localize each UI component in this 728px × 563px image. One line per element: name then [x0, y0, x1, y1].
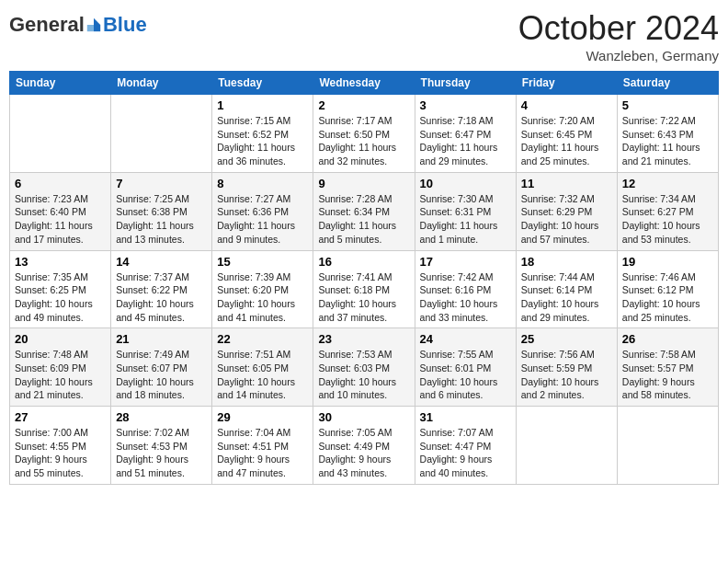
calendar-cell: 24Sunrise: 7:55 AM Sunset: 6:01 PM Dayli…: [415, 328, 516, 407]
day-info: Sunrise: 7:51 AM Sunset: 6:05 PM Dayligh…: [217, 348, 308, 402]
calendar-cell: 11Sunrise: 7:32 AM Sunset: 6:29 PM Dayli…: [516, 172, 617, 250]
day-number: 6: [15, 177, 106, 190]
day-number: 27: [15, 410, 106, 424]
day-info: Sunrise: 7:30 AM Sunset: 6:31 PM Dayligh…: [420, 192, 511, 247]
calendar-cell: 7Sunrise: 7:25 AM Sunset: 6:38 PM Daylig…: [111, 172, 212, 250]
day-of-week-header: Monday: [111, 72, 212, 95]
day-of-week-header: Thursday: [415, 72, 516, 95]
day-number: 1: [217, 98, 308, 112]
day-number: 22: [217, 332, 308, 346]
calendar-cell: 10Sunrise: 7:30 AM Sunset: 6:31 PM Dayli…: [415, 172, 516, 250]
calendar-cell: 23Sunrise: 7:53 AM Sunset: 6:03 PM Dayli…: [313, 328, 415, 407]
day-info: Sunrise: 7:53 AM Sunset: 6:03 PM Dayligh…: [318, 348, 409, 402]
day-number: 29: [217, 410, 308, 424]
logo-blue-text: Blue: [103, 13, 147, 37]
calendar-cell: 28Sunrise: 7:02 AM Sunset: 4:53 PM Dayli…: [111, 407, 212, 485]
svg-marker-1: [94, 25, 100, 31]
calendar-cell: 4Sunrise: 7:20 AM Sunset: 6:45 PM Daylig…: [516, 95, 617, 173]
calendar-cell: 6Sunrise: 7:23 AM Sunset: 6:40 PM Daylig…: [10, 172, 111, 250]
day-of-week-header: Saturday: [617, 72, 718, 95]
calendar-cell: 20Sunrise: 7:48 AM Sunset: 6:09 PM Dayli…: [10, 328, 111, 407]
day-number: 18: [521, 255, 612, 269]
day-number: 12: [622, 177, 713, 190]
day-info: Sunrise: 7:56 AM Sunset: 5:59 PM Dayligh…: [521, 348, 612, 402]
day-info: Sunrise: 7:58 AM Sunset: 5:57 PM Dayligh…: [622, 348, 713, 402]
day-info: Sunrise: 7:39 AM Sunset: 6:20 PM Dayligh…: [217, 270, 308, 325]
calendar-cell: 22Sunrise: 7:51 AM Sunset: 6:05 PM Dayli…: [212, 328, 313, 407]
day-info: Sunrise: 7:46 AM Sunset: 6:12 PM Dayligh…: [622, 270, 713, 325]
day-info: Sunrise: 7:18 AM Sunset: 6:47 PM Dayligh…: [420, 114, 511, 168]
day-number: 24: [420, 332, 511, 346]
day-number: 17: [420, 255, 511, 269]
day-number: 4: [521, 98, 612, 112]
day-number: 15: [217, 255, 308, 269]
day-number: 5: [622, 98, 713, 112]
day-number: 3: [420, 98, 511, 112]
day-info: Sunrise: 7:20 AM Sunset: 6:45 PM Dayligh…: [521, 114, 612, 168]
location: Wanzleben, Germany: [518, 48, 719, 63]
calendar-cell: [10, 95, 111, 173]
day-info: Sunrise: 7:27 AM Sunset: 6:36 PM Dayligh…: [217, 192, 308, 247]
header: General Blue October 2024 Wanzleben, Ger…: [9, 9, 719, 63]
calendar-cell: [111, 95, 212, 173]
calendar-cell: 5Sunrise: 7:22 AM Sunset: 6:43 PM Daylig…: [617, 95, 718, 173]
calendar-cell: 21Sunrise: 7:49 AM Sunset: 6:07 PM Dayli…: [111, 328, 212, 407]
svg-marker-0: [94, 18, 100, 25]
day-info: Sunrise: 7:49 AM Sunset: 6:07 PM Dayligh…: [116, 348, 207, 402]
calendar-cell: 18Sunrise: 7:44 AM Sunset: 6:14 PM Dayli…: [516, 250, 617, 328]
month-title: October 2024: [518, 9, 719, 48]
day-number: 23: [318, 332, 409, 346]
day-info: Sunrise: 7:05 AM Sunset: 4:49 PM Dayligh…: [318, 426, 409, 480]
day-number: 26: [622, 332, 713, 346]
day-number: 20: [15, 332, 106, 346]
day-number: 14: [116, 255, 207, 269]
day-info: Sunrise: 7:00 AM Sunset: 4:55 PM Dayligh…: [15, 426, 106, 480]
day-number: 9: [318, 177, 409, 190]
calendar-cell: 14Sunrise: 7:37 AM Sunset: 6:22 PM Dayli…: [111, 250, 212, 328]
calendar-cell: 13Sunrise: 7:35 AM Sunset: 6:25 PM Dayli…: [10, 250, 111, 328]
day-info: Sunrise: 7:17 AM Sunset: 6:50 PM Dayligh…: [318, 114, 409, 168]
day-info: Sunrise: 7:15 AM Sunset: 6:52 PM Dayligh…: [217, 114, 308, 168]
day-number: 25: [521, 332, 612, 346]
calendar-cell: 26Sunrise: 7:58 AM Sunset: 5:57 PM Dayli…: [617, 328, 718, 407]
day-info: Sunrise: 7:34 AM Sunset: 6:27 PM Dayligh…: [622, 192, 713, 247]
day-info: Sunrise: 7:28 AM Sunset: 6:34 PM Dayligh…: [318, 192, 409, 247]
calendar-cell: 31Sunrise: 7:07 AM Sunset: 4:47 PM Dayli…: [415, 407, 516, 485]
day-number: 19: [622, 255, 713, 269]
day-of-week-header: Friday: [516, 72, 617, 95]
calendar-cell: 30Sunrise: 7:05 AM Sunset: 4:49 PM Dayli…: [313, 407, 415, 485]
day-info: Sunrise: 7:02 AM Sunset: 4:53 PM Dayligh…: [116, 426, 207, 480]
day-number: 16: [318, 255, 409, 269]
day-info: Sunrise: 7:48 AM Sunset: 6:09 PM Dayligh…: [15, 348, 106, 402]
day-info: Sunrise: 7:41 AM Sunset: 6:18 PM Dayligh…: [318, 270, 409, 325]
day-number: 31: [420, 410, 511, 424]
day-number: 13: [15, 255, 106, 269]
day-number: 8: [217, 177, 308, 190]
calendar-cell: 16Sunrise: 7:41 AM Sunset: 6:18 PM Dayli…: [313, 250, 415, 328]
day-of-week-header: Tuesday: [212, 72, 313, 95]
calendar-cell: 25Sunrise: 7:56 AM Sunset: 5:59 PM Dayli…: [516, 328, 617, 407]
day-number: 2: [318, 98, 409, 112]
logo-general-text: General: [9, 13, 85, 37]
svg-marker-2: [87, 25, 94, 31]
calendar-cell: 12Sunrise: 7:34 AM Sunset: 6:27 PM Dayli…: [617, 172, 718, 250]
day-info: Sunrise: 7:07 AM Sunset: 4:47 PM Dayligh…: [420, 426, 511, 480]
calendar: SundayMondayTuesdayWednesdayThursdayFrid…: [9, 71, 719, 485]
day-number: 7: [116, 177, 207, 190]
day-number: 21: [116, 332, 207, 346]
day-info: Sunrise: 7:42 AM Sunset: 6:16 PM Dayligh…: [420, 270, 511, 325]
title-block: October 2024 Wanzleben, Germany: [518, 9, 719, 63]
day-info: Sunrise: 7:32 AM Sunset: 6:29 PM Dayligh…: [521, 192, 612, 247]
day-info: Sunrise: 7:44 AM Sunset: 6:14 PM Dayligh…: [521, 270, 612, 325]
logo-icon: [85, 17, 102, 33]
day-number: 28: [116, 410, 207, 424]
day-info: Sunrise: 7:37 AM Sunset: 6:22 PM Dayligh…: [116, 270, 207, 325]
day-info: Sunrise: 7:22 AM Sunset: 6:43 PM Dayligh…: [622, 114, 713, 168]
calendar-cell: 3Sunrise: 7:18 AM Sunset: 6:47 PM Daylig…: [415, 95, 516, 173]
calendar-cell: 29Sunrise: 7:04 AM Sunset: 4:51 PM Dayli…: [212, 407, 313, 485]
day-number: 11: [521, 177, 612, 190]
calendar-cell: 17Sunrise: 7:42 AM Sunset: 6:16 PM Dayli…: [415, 250, 516, 328]
calendar-cell: 15Sunrise: 7:39 AM Sunset: 6:20 PM Dayli…: [212, 250, 313, 328]
calendar-cell: 8Sunrise: 7:27 AM Sunset: 6:36 PM Daylig…: [212, 172, 313, 250]
day-of-week-header: Wednesday: [313, 72, 415, 95]
